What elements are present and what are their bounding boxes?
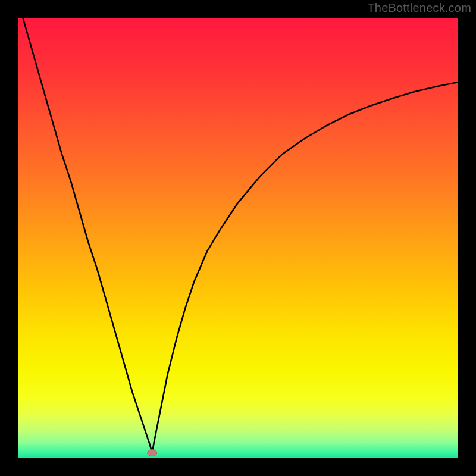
chart-frame: TheBottleneck.com	[0, 0, 476, 476]
optimal-point-marker	[148, 450, 157, 456]
plot-svg	[18, 18, 458, 458]
watermark-text: TheBottleneck.com	[367, 1, 471, 15]
plot-area	[18, 18, 458, 458]
gradient-background	[18, 18, 458, 458]
